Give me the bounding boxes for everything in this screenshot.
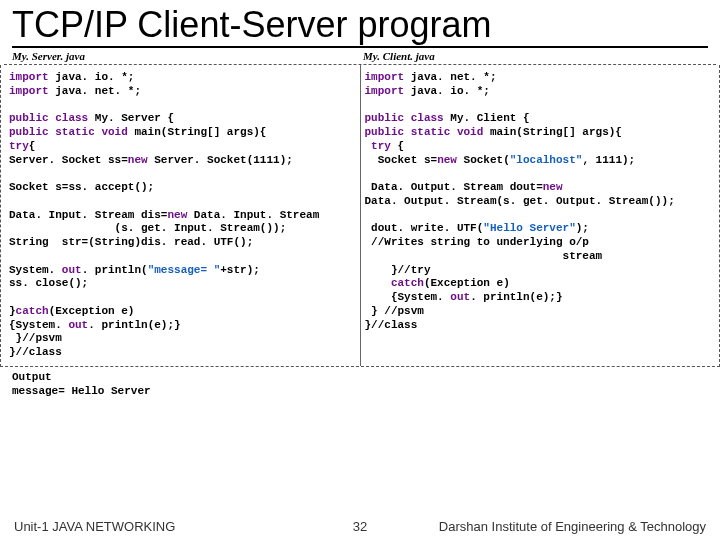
code-text: }//class	[9, 346, 62, 358]
code-text: //Writes string to underlying o/p	[365, 236, 589, 248]
code-text: Data. Output. Stream(s. get. Output. Str…	[365, 195, 675, 207]
footer-org: Darshan Institute of Engineering & Techn…	[390, 519, 706, 534]
footer-unit: Unit-1 JAVA NETWORKING	[14, 519, 330, 534]
kw-try: try	[9, 140, 29, 152]
code-text: }	[9, 305, 16, 317]
file-headers: My. Server. java My. Client. java	[0, 50, 720, 62]
code-text: {	[29, 140, 36, 152]
server-code: import java. io. *; import java. net. *;…	[5, 65, 361, 366]
footer-page-number: 32	[330, 519, 390, 534]
kw-try: try	[365, 140, 398, 152]
slide-title: TCP/IP Client-Server program	[0, 0, 720, 46]
code-text: {	[398, 140, 405, 152]
code-text: java. net. *;	[49, 85, 141, 97]
code-text: ss. close();	[9, 277, 88, 289]
code-text: );	[576, 222, 589, 234]
code-text: java. net. *;	[404, 71, 496, 83]
code-text: String str=(String)dis. read. UTF();	[9, 236, 253, 248]
kw-public-class: public class	[365, 112, 451, 124]
kw-catch: catch	[391, 277, 424, 289]
title-underline	[12, 46, 708, 48]
code-text: stream	[365, 250, 603, 262]
code-text: main(String[] args){	[490, 126, 622, 138]
code-text: Server. Socket(1111);	[148, 154, 293, 166]
code-text: +str);	[220, 264, 260, 276]
kw-import: import	[365, 71, 405, 83]
kw-new: new	[167, 209, 187, 221]
code-text: java. io. *;	[404, 85, 490, 97]
footer: Unit-1 JAVA NETWORKING 32 Darshan Instit…	[0, 519, 720, 534]
kw-import: import	[9, 71, 49, 83]
code-text: }//psvm	[9, 332, 62, 344]
kw-new: new	[437, 154, 457, 166]
code-text: . println(e);}	[470, 291, 562, 303]
code-text: Socket(	[457, 154, 510, 166]
code-text: (Exception e)	[49, 305, 135, 317]
client-code: import java. net. *; import java. io. *;…	[361, 65, 716, 366]
code-text: java. io. *;	[49, 71, 135, 83]
kw-out: out	[450, 291, 470, 303]
kw-import: import	[9, 85, 49, 97]
code-text: } //psvm	[365, 305, 424, 317]
code-text: {System.	[9, 319, 68, 331]
code-text: Socket s=ss. accept();	[9, 181, 154, 193]
kw-import: import	[365, 85, 405, 97]
code-text: (s. get. Input. Stream());	[9, 222, 286, 234]
output-block: Output message= Hello Server	[0, 367, 720, 399]
kw-catch: catch	[16, 305, 49, 317]
code-text: . println(	[82, 264, 148, 276]
string-literal: "Hello Server"	[483, 222, 575, 234]
server-filename: My. Server. java	[12, 50, 357, 62]
code-text: dout. write. UTF(	[365, 222, 484, 234]
output-line: message= Hello Server	[12, 385, 151, 397]
code-text: (Exception e)	[424, 277, 510, 289]
string-literal: "localhost"	[510, 154, 583, 166]
code-area: import java. io. *; import java. net. *;…	[0, 65, 720, 367]
code-text: , 1111);	[582, 154, 635, 166]
kw-public-static-void: public static void	[9, 126, 134, 138]
code-text: }//try	[365, 264, 431, 276]
client-filename: My. Client. java	[357, 50, 708, 62]
kw-out: out	[68, 319, 88, 331]
kw-new: new	[128, 154, 148, 166]
string-literal: "message= "	[148, 264, 221, 276]
kw-new: new	[543, 181, 563, 193]
code-text: }//class	[365, 319, 418, 331]
code-text: My. Server {	[95, 112, 174, 124]
code-text: Data. Input. Stream	[187, 209, 319, 221]
code-text: Server. Socket ss=	[9, 154, 128, 166]
code-text: My. Client {	[450, 112, 529, 124]
code-text: main(String[] args){	[134, 126, 266, 138]
kw-public-static-void: public static void	[365, 126, 490, 138]
kw-public-class: public class	[9, 112, 95, 124]
code-text: Data. Input. Stream dis=	[9, 209, 167, 221]
code-text: System.	[9, 264, 62, 276]
code-text	[365, 277, 391, 289]
code-text: Data. Output. Stream dout=	[365, 181, 543, 193]
code-text: {System.	[365, 291, 451, 303]
kw-out: out	[62, 264, 82, 276]
output-label: Output	[12, 371, 52, 383]
code-text: Socket s=	[365, 154, 438, 166]
code-text: . println(e);}	[88, 319, 180, 331]
